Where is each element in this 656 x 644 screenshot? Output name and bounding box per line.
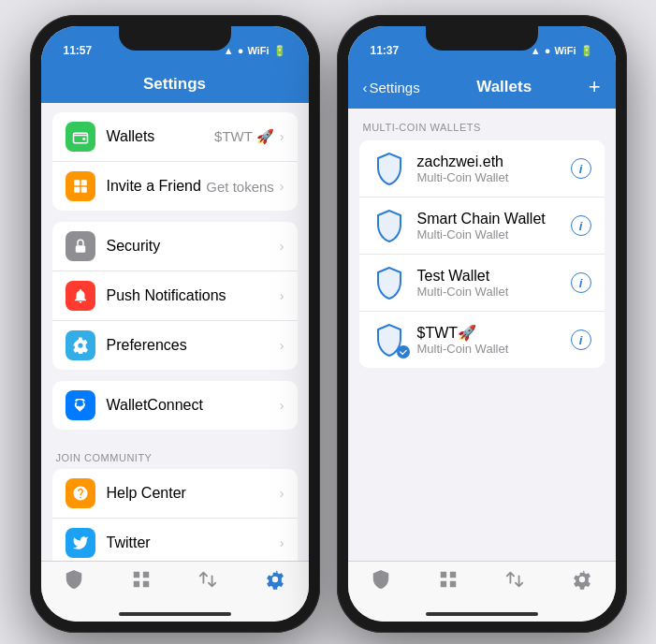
notch	[119, 26, 231, 51]
nav-title-settings: Settings	[143, 75, 206, 93]
svg-point-1	[82, 138, 85, 140]
notch-2	[426, 26, 538, 51]
settings-item-invite[interactable]: Invite a Friend Get tokens ›	[52, 162, 298, 211]
settings-item-help[interactable]: Help Center ›	[52, 469, 298, 519]
help-chevron: ›	[280, 486, 284, 501]
svg-rect-4	[74, 187, 80, 193]
settings-item-walletconnect[interactable]: WalletConnect ›	[52, 381, 298, 430]
nav-bar-wallets: ‹ Settings Wallets +	[348, 67, 616, 109]
settings-item-wallets[interactable]: Wallets $TWT 🚀 ›	[52, 112, 298, 162]
settings-item-twitter[interactable]: Twitter ›	[52, 519, 298, 561]
invite-icon	[66, 171, 95, 201]
settings-item-preferences[interactable]: Preferences ›	[52, 321, 298, 370]
invite-label: Invite a Friend	[107, 178, 201, 194]
wallet-item-twt[interactable]: $TWT🚀 Multi-Coin Wallet i	[359, 312, 605, 368]
multi-coin-label: MULTI-COIN WALLETS	[348, 109, 616, 140]
settings-item-push[interactable]: Push Notifications ›	[52, 271, 298, 321]
twt-wallet-info-icon[interactable]: i	[571, 329, 591, 350]
twitter-right: ›	[280, 535, 284, 550]
invite-chevron: ›	[280, 179, 284, 194]
tab-bar-2	[348, 561, 616, 612]
smart-chain-info: Smart Chain Wallet Multi-Coin Wallet	[417, 211, 571, 242]
wallet-item-zachzwei[interactable]: zachzwei.eth Multi-Coin Wallet i	[359, 140, 605, 198]
phone-settings: 11:57 ▲ ● WiFi 🔋 Settings	[30, 15, 320, 633]
walletconnect-right: ›	[280, 398, 284, 413]
tab-bar-1	[41, 561, 309, 612]
walletconnect-text: WalletConnect	[107, 397, 280, 414]
nav-plus-button[interactable]: +	[589, 75, 601, 99]
security-chevron: ›	[280, 239, 284, 254]
status-time-1: 11:57	[64, 44, 93, 57]
section-main: Wallets $TWT 🚀 ›	[41, 103, 309, 211]
wallets-text: Wallets	[107, 128, 215, 145]
zachzwei-name: zachzwei.eth	[417, 154, 571, 170]
wallets-list: zachzwei.eth Multi-Coin Wallet i Smart C…	[359, 140, 605, 368]
twitter-chevron: ›	[280, 535, 284, 550]
tab-settings-2[interactable]	[572, 569, 592, 590]
community-label: JOIN COMMUNITY	[41, 441, 309, 469]
svg-rect-5	[80, 187, 86, 193]
home-indicator-2	[348, 612, 616, 622]
nav-back-button[interactable]: ‹ Settings	[363, 80, 420, 95]
shield-smart-chain	[372, 209, 406, 242]
verified-badge	[397, 345, 410, 359]
twitter-icon	[66, 528, 95, 558]
test-wallet-info-icon[interactable]: i	[571, 272, 591, 293]
security-text: Security	[107, 238, 280, 255]
shield-test	[372, 266, 406, 300]
wallets-chevron: ›	[280, 129, 284, 144]
wallet-item-smart-chain[interactable]: Smart Chain Wallet Multi-Coin Wallet i	[359, 198, 605, 255]
wallet-item-test[interactable]: Test Wallet Multi-Coin Wallet i	[359, 255, 605, 312]
shield-twt	[372, 323, 406, 357]
push-text: Push Notifications	[107, 287, 280, 304]
push-label: Push Notifications	[107, 287, 226, 303]
tab-transfer-1[interactable]	[197, 569, 218, 590]
svg-rect-2	[74, 180, 80, 185]
svg-rect-3	[80, 180, 86, 185]
tab-transfer-2[interactable]	[504, 569, 525, 590]
push-icon	[66, 281, 95, 311]
section-account: Security › Push Notificat	[41, 222, 309, 370]
tab-grid-2[interactable]	[438, 569, 459, 590]
security-right: ›	[280, 239, 284, 254]
settings-item-security[interactable]: Security ›	[52, 222, 298, 271]
invite-text: Invite a Friend	[107, 178, 207, 195]
help-right: ›	[280, 486, 284, 501]
tab-settings-1[interactable]	[265, 569, 285, 590]
wallets-content: MULTI-COIN WALLETS zachzwei.eth Multi-Co…	[348, 109, 616, 561]
twitter-text: Twitter	[107, 534, 280, 551]
nav-title-wallets: Wallets	[476, 78, 532, 96]
tab-wallet-2[interactable]	[371, 569, 391, 590]
nav-bar-settings: Settings	[41, 67, 309, 103]
community-list: Help Center › Twitter	[52, 469, 298, 561]
zachzwei-info: zachzwei.eth Multi-Coin Wallet	[417, 154, 571, 184]
status-icons-1: ▲ ● WiFi 🔋	[224, 45, 286, 57]
main-list: Wallets $TWT 🚀 ›	[52, 112, 298, 211]
phone-wallets: 11:37 ▲ ● WiFi 🔋 ‹ Settings Wallets + MU…	[337, 15, 627, 633]
twt-wallet-info: $TWT🚀 Multi-Coin Wallet	[417, 324, 571, 356]
tab-grid-1[interactable]	[131, 569, 152, 590]
walletconnect-icon	[66, 390, 95, 420]
section-walletconnect: WalletConnect ›	[41, 381, 309, 430]
zachzwei-type: Multi-Coin Wallet	[417, 170, 571, 184]
walletconnect-list: WalletConnect ›	[52, 381, 298, 430]
twitter-label: Twitter	[107, 534, 151, 550]
invite-value: Get tokens	[206, 179, 274, 195]
nav-back-label: Settings	[370, 80, 420, 95]
preferences-icon	[66, 330, 95, 360]
security-label: Security	[107, 238, 161, 254]
preferences-chevron: ›	[280, 338, 284, 353]
smart-chain-info-icon[interactable]: i	[571, 215, 591, 236]
help-label: Help Center	[107, 485, 186, 501]
walletconnect-label: WalletConnect	[107, 397, 203, 413]
tab-wallet-1[interactable]	[64, 569, 84, 590]
wallets-value: $TWT 🚀	[214, 128, 274, 145]
security-icon	[66, 231, 95, 261]
smart-chain-type: Multi-Coin Wallet	[417, 227, 571, 242]
wallets-right: $TWT 🚀 ›	[214, 128, 284, 145]
status-time-2: 11:37	[371, 44, 400, 57]
zachzwei-info-icon[interactable]: i	[571, 158, 591, 179]
push-right: ›	[280, 288, 284, 303]
invite-right: Get tokens ›	[206, 179, 284, 195]
test-wallet-info: Test Wallet Multi-Coin Wallet	[417, 268, 571, 299]
